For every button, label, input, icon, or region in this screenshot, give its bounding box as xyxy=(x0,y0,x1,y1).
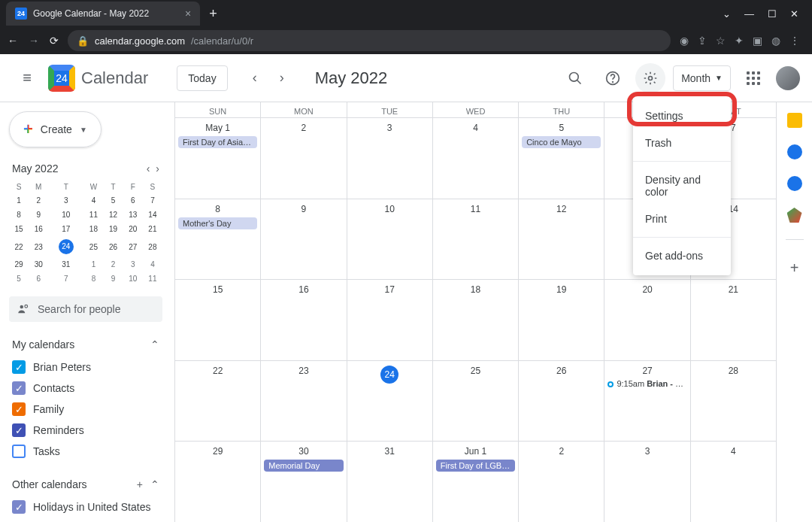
mini-day-cell[interactable]: 5 xyxy=(104,193,123,208)
mini-day-cell[interactable]: 6 xyxy=(29,272,48,286)
mini-day-cell[interactable]: 23 xyxy=(29,236,48,257)
kebab-icon[interactable]: ⋮ xyxy=(789,35,800,47)
day-cell[interactable]: 26 xyxy=(518,361,604,442)
share-icon[interactable]: ⇪ xyxy=(698,35,707,47)
settings-menu-item[interactable]: Trash xyxy=(633,129,731,156)
extensions-icon[interactable]: ✦ xyxy=(735,35,744,47)
mini-day-cell[interactable]: 1 xyxy=(83,257,103,272)
close-icon[interactable]: × xyxy=(185,8,191,20)
day-cell[interactable]: 15 xyxy=(174,280,260,360)
day-cell[interactable]: 22 xyxy=(174,361,260,442)
day-cell[interactable]: 5Cinco de Mayo xyxy=(518,118,604,199)
day-cell[interactable]: 21 xyxy=(690,280,776,360)
contacts-icon[interactable] xyxy=(787,176,802,191)
settings-menu-item[interactable]: Settings xyxy=(633,102,731,129)
event-item[interactable]: 9:15am Brian - eye xyxy=(607,379,686,388)
mini-day-cell[interactable]: 25 xyxy=(83,236,103,257)
mini-day-cell[interactable]: 26 xyxy=(104,236,123,257)
mini-day-cell[interactable]: 13 xyxy=(123,208,143,222)
mini-day-cell[interactable]: 10 xyxy=(123,272,143,286)
chevron-down-icon[interactable]: ⌄ xyxy=(723,8,731,20)
mini-day-cell[interactable]: 9 xyxy=(29,208,48,222)
mini-day-cell[interactable]: 8 xyxy=(83,272,103,286)
day-cell[interactable]: 9 xyxy=(260,199,346,280)
prev-month-button[interactable]: ‹ xyxy=(243,66,267,90)
mini-day-cell[interactable]: 17 xyxy=(48,222,83,236)
event-chip[interactable]: Cinco de Mayo xyxy=(522,136,601,148)
add-panel-icon[interactable]: + xyxy=(790,259,799,277)
calendar-list-item[interactable]: ✓Brian Peters xyxy=(9,357,162,378)
hamburger-icon[interactable]: ≡ xyxy=(12,63,42,93)
day-cell[interactable]: 3 xyxy=(604,442,689,522)
mini-day-cell[interactable]: 1 xyxy=(9,193,29,208)
day-cell[interactable]: 28 xyxy=(690,361,776,442)
day-cell[interactable]: 19 xyxy=(518,280,604,360)
mini-day-cell[interactable]: 31 xyxy=(48,257,83,272)
next-month-button[interactable]: › xyxy=(270,66,294,90)
profile-icon[interactable]: ◍ xyxy=(771,35,780,47)
back-icon[interactable]: ← xyxy=(8,35,18,47)
day-cell[interactable]: 25 xyxy=(432,361,518,442)
calendar-list-item[interactable]: ✓Family xyxy=(9,399,162,420)
close-window-icon[interactable]: ✕ xyxy=(790,8,798,20)
event-chip[interactable]: First Day of Asian P xyxy=(178,136,257,148)
day-cell[interactable]: 2 xyxy=(260,118,346,199)
apps-grid-icon[interactable] xyxy=(738,63,768,93)
add-calendar-icon[interactable]: + xyxy=(137,478,143,490)
day-cell[interactable]: 18 xyxy=(432,280,518,360)
calendar-list-item[interactable]: ✓Contacts xyxy=(9,378,162,399)
maximize-icon[interactable]: ☐ xyxy=(768,8,777,20)
checkbox[interactable]: ✓ xyxy=(12,402,26,416)
mini-day-cell[interactable]: 4 xyxy=(83,193,103,208)
mini-day-cell[interactable]: 8 xyxy=(9,208,29,222)
mini-day-cell[interactable]: 6 xyxy=(123,193,143,208)
mini-day-cell[interactable]: 10 xyxy=(48,208,83,222)
checkbox[interactable] xyxy=(12,445,26,458)
search-icon[interactable] xyxy=(560,63,590,93)
settings-menu-item[interactable]: Density and color xyxy=(633,166,731,205)
checkbox[interactable]: ✓ xyxy=(12,500,26,514)
mini-day-cell[interactable]: 3 xyxy=(123,257,143,272)
url-field[interactable]: 🔒 calendar.google.com/calendar/u/0/r xyxy=(68,30,671,51)
mini-day-cell[interactable]: 18 xyxy=(83,222,103,236)
day-cell[interactable]: 12 xyxy=(518,199,604,280)
panel-icon[interactable]: ▣ xyxy=(753,35,762,47)
day-cell[interactable]: 2 xyxy=(518,442,604,522)
tasks-icon[interactable] xyxy=(787,144,802,159)
mini-day-cell[interactable]: 16 xyxy=(29,222,48,236)
settings-gear-icon[interactable] xyxy=(635,63,665,93)
create-button[interactable]: + Create ▼ xyxy=(9,111,102,147)
mini-day-cell[interactable]: 20 xyxy=(123,222,143,236)
checkbox[interactable]: ✓ xyxy=(12,381,26,395)
day-cell[interactable]: Jun 1First Day of LGBTQ xyxy=(432,442,518,522)
day-cell[interactable]: 20 xyxy=(604,280,689,360)
event-chip[interactable]: Memorial Day xyxy=(264,460,343,472)
account-avatar[interactable] xyxy=(776,66,800,90)
my-calendars-header[interactable]: My calendars ⌃ xyxy=(9,338,162,351)
day-cell[interactable]: 10 xyxy=(347,199,432,280)
mini-day-cell[interactable]: 14 xyxy=(143,208,162,222)
settings-menu-item[interactable]: Print xyxy=(633,205,731,232)
mini-day-cell[interactable]: 28 xyxy=(143,236,162,257)
other-calendars-header[interactable]: Other calendars + ⌃ xyxy=(9,478,162,490)
mini-day-cell[interactable]: 2 xyxy=(29,193,48,208)
chevron-up-icon[interactable]: ⌃ xyxy=(150,478,159,490)
mini-next-button[interactable]: › xyxy=(156,162,159,175)
mini-day-cell[interactable]: 29 xyxy=(9,257,29,272)
minimize-icon[interactable]: — xyxy=(744,8,754,20)
mini-day-cell[interactable]: 7 xyxy=(143,193,162,208)
day-cell[interactable]: May 1First Day of Asian P xyxy=(174,118,260,199)
event-chip[interactable]: First Day of LGBTQ xyxy=(436,460,515,472)
search-people-input[interactable]: Search for people xyxy=(9,296,162,322)
star-icon[interactable]: ☆ xyxy=(716,35,726,47)
calendar-list-item[interactable]: ✓Holidays in United States xyxy=(9,496,162,517)
new-tab-button[interactable]: + xyxy=(209,6,217,22)
keep-icon[interactable] xyxy=(787,113,802,128)
mini-day-cell[interactable]: 19 xyxy=(104,222,123,236)
mini-day-cell[interactable]: 3 xyxy=(48,193,83,208)
mini-day-cell[interactable]: 12 xyxy=(104,208,123,222)
event-chip[interactable]: Mother's Day xyxy=(178,217,257,229)
view-selector[interactable]: Month ▼ xyxy=(673,65,731,91)
day-cell[interactable]: 4 xyxy=(432,118,518,199)
day-cell[interactable]: 31 xyxy=(347,442,432,522)
